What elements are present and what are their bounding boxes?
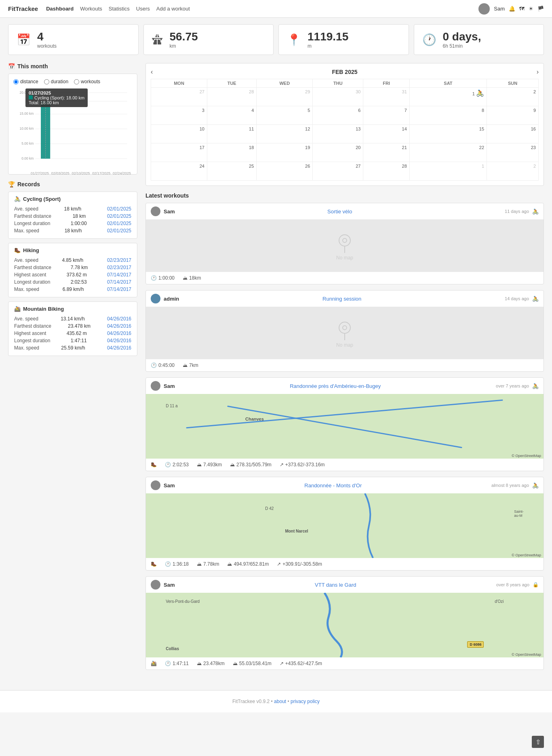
workout-duration-2: 🕐 0:45:00 bbox=[151, 362, 175, 368]
nav-link-statistics[interactable]: Statistics bbox=[109, 6, 130, 12]
hiking-record-farthest: Farthest distance 7.78 km 02/23/2017 bbox=[14, 264, 131, 271]
workout-ascent-5: ⛰ 55.03/158.41m bbox=[233, 661, 272, 666]
calendar-week-5: 24 25 26 27 28 1 2 bbox=[151, 162, 539, 181]
workout-time-5: over 8 years ago bbox=[496, 582, 529, 587]
cal-header-sat: SAT bbox=[409, 79, 487, 88]
cal-day: 5 bbox=[257, 106, 313, 125]
svg-point-17 bbox=[343, 326, 347, 330]
footer: FitTrackee v0.9.2 • about • privacy poli… bbox=[0, 690, 552, 712]
workout-header-4: Sam Randonnée - Monts d'Or almost 8 year… bbox=[146, 477, 544, 493]
radio-duration[interactable]: duration bbox=[44, 79, 68, 84]
nav-link-workouts[interactable]: Workouts bbox=[80, 6, 102, 12]
stat-elevation-value: 1119.15 bbox=[308, 30, 348, 43]
svg-point-15 bbox=[343, 238, 347, 242]
cal-day-1-workout[interactable]: 1 🚴 bbox=[409, 88, 487, 106]
latest-workouts-label: Latest workouts bbox=[145, 192, 189, 199]
nav-link-users[interactable]: Users bbox=[136, 6, 150, 12]
workout-avatar-3 bbox=[151, 381, 160, 391]
sun-icon[interactable]: ☀ bbox=[529, 6, 533, 12]
workout-direction-3: ↗ +373.62/-373.16m bbox=[280, 462, 325, 467]
workout-user-3[interactable]: Sam bbox=[164, 383, 175, 389]
cycling-record-avespeed: Ave. speed 18 km/h 02/01/2025 bbox=[14, 205, 131, 213]
avatar[interactable] bbox=[478, 3, 490, 15]
hiking-record-avespeed: Ave. speed 4.85 km/h 02/23/2017 bbox=[14, 257, 131, 264]
direction-icon-5: ↗ bbox=[280, 661, 284, 666]
workout-direction-5: ↗ +435.62/-427.5m bbox=[280, 661, 322, 666]
map-label-chanves: Chanves bbox=[245, 417, 264, 421]
workout-title-4[interactable]: Randonnée - Monts d'Or bbox=[178, 482, 488, 489]
cal-day: 4 bbox=[207, 106, 256, 125]
stat-duration-block: 0 days, 6h 51min bbox=[443, 30, 481, 49]
cal-day: 27 bbox=[313, 162, 363, 181]
workout-sport-5: 🚵 bbox=[151, 661, 157, 666]
workout-card-3: Sam Randonnée près d'Ambérieu-en-Bugey o… bbox=[145, 377, 544, 471]
workout-map-5[interactable]: © OpenStreetMap Vers-Pont-du-Gard d'Ozi … bbox=[146, 593, 544, 657]
distance-icon-4: ⛰ bbox=[197, 561, 202, 567]
bell-icon[interactable]: 🔔 bbox=[509, 6, 515, 12]
workout-header-1: Sam Sortie vélo 11 days ago 🚴 bbox=[146, 203, 544, 219]
workout-stats-2: 🕐 0:45:00 ⛰ 7km bbox=[146, 359, 544, 371]
radio-workouts[interactable]: workouts bbox=[74, 79, 100, 84]
svg-point-14 bbox=[339, 235, 350, 246]
workout-user-2[interactable]: admin bbox=[164, 296, 179, 302]
footer-privacy-link[interactable]: privacy policy bbox=[291, 699, 320, 704]
workout-avatar-2 bbox=[151, 294, 160, 303]
duration-icon-1: 🕐 bbox=[151, 275, 157, 281]
workout-header-3: Sam Randonnée près d'Ambérieu-en-Bugey o… bbox=[146, 378, 544, 394]
cal-day: 12 bbox=[257, 125, 313, 143]
latest-workouts-title: Latest workouts bbox=[145, 192, 544, 199]
workout-user-4[interactable]: Sam bbox=[164, 482, 175, 489]
workout-map-3[interactable]: © OpenStreetMap Chanves D 11 a bbox=[146, 394, 544, 459]
workout-map-4[interactable]: © OpenStreetMap D 42 Mont Narcel Saint-a… bbox=[146, 493, 544, 558]
cal-day: 21 bbox=[363, 143, 409, 162]
calendar-grid: MON TUE WED THU FRI SAT SUN 27 28 bbox=[151, 79, 539, 181]
nav-link-add-workout[interactable]: Add a workout bbox=[156, 6, 190, 12]
cal-day: 1 bbox=[409, 162, 487, 181]
mtb-record-avespeed: Ave. speed 13.14 km/h 04/26/2016 bbox=[14, 315, 131, 322]
stat-elevation-block: 1119.15 m bbox=[308, 30, 348, 49]
workout-time-2: 14 days ago bbox=[505, 296, 529, 301]
workout-user-1[interactable]: Sam bbox=[164, 208, 175, 215]
clock-icon: 🕐 bbox=[422, 33, 436, 46]
workout-distance-4: ⛰ 7.78km bbox=[197, 561, 219, 567]
radio-distance[interactable]: distance bbox=[13, 79, 38, 84]
workout-title-1[interactable]: Sortie vélo bbox=[178, 208, 501, 215]
nav-link-dashboard[interactable]: Dashboard bbox=[46, 6, 74, 12]
workout-stats-1: 🕐 1:00:00 ⛰ 18km bbox=[146, 272, 544, 284]
chart-panel: distance duration workouts 01/27/2025 Cy… bbox=[8, 74, 137, 175]
workout-sport-3: 🥾 bbox=[151, 462, 157, 467]
calendar-prev-button[interactable]: ‹ bbox=[151, 68, 153, 76]
footer-about-link[interactable]: about bbox=[274, 699, 286, 704]
workout-title-5[interactable]: VTT dans le Gard bbox=[178, 582, 493, 588]
hiking-icon-3: 🥾 bbox=[151, 462, 157, 467]
cal-day: 24 bbox=[151, 162, 207, 181]
cal-day: 20 bbox=[313, 143, 363, 162]
mtb-icon: 🚵 bbox=[14, 306, 21, 312]
map-icon[interactable]: 🗺 bbox=[519, 6, 525, 12]
no-map-2: No map bbox=[333, 307, 357, 359]
workout-user-5[interactable]: Sam bbox=[164, 582, 175, 588]
nav-username[interactable]: Sam bbox=[494, 6, 505, 12]
workout-sport-icon-2: 🚴 bbox=[532, 296, 539, 302]
cycling-record-duration: Longest duration 1:00:00 02/01/2025 bbox=[14, 220, 131, 227]
calendar-next-button[interactable]: › bbox=[537, 68, 539, 76]
workout-duration-5: 🕐 1:47:11 bbox=[165, 661, 189, 666]
flag-icon[interactable]: 🏴 bbox=[537, 6, 544, 12]
cal-day: 8 bbox=[409, 106, 487, 125]
workout-title-2[interactable]: Running session bbox=[182, 296, 501, 302]
cal-day: 10 bbox=[151, 125, 207, 143]
stat-elevation-label: m bbox=[308, 43, 348, 49]
calendar-panel: ‹ FEB 2025 › MON TUE WED THU FRI SAT SUN bbox=[145, 63, 544, 186]
map-svg-5 bbox=[146, 593, 544, 657]
nav-brand[interactable]: FitTrackee bbox=[8, 5, 38, 12]
workout-duration-4: 🕐 1:36:18 bbox=[165, 561, 189, 567]
map-svg-4 bbox=[146, 493, 544, 558]
workout-time-1: 11 days ago bbox=[505, 209, 529, 214]
two-column-layout: 📅 This month distance duration workouts bbox=[8, 63, 544, 676]
calendar-month-label: FEB 2025 bbox=[332, 69, 357, 75]
chart-area: 01/27/2025 Cycling (Sport): 18.00 km Tot… bbox=[13, 88, 132, 169]
duration-icon-4: 🕐 bbox=[165, 561, 171, 567]
workout-title-3[interactable]: Randonnée près d'Ambérieu-en-Bugey bbox=[178, 383, 493, 389]
stat-workouts-label: workouts bbox=[37, 43, 57, 49]
lock-icon-5: 🔒 bbox=[533, 582, 539, 588]
